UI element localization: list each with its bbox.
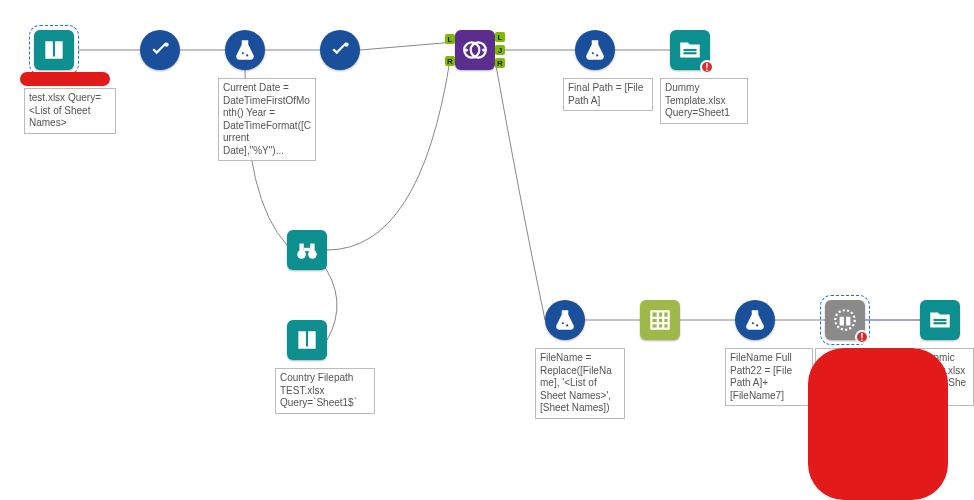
- svg-point-13: [344, 42, 348, 46]
- input-2-annotation: Country Filepath TEST.xlsx Query=`Sheet1…: [275, 368, 375, 414]
- svg-rect-26: [299, 244, 303, 253]
- join-port-left-in: L: [445, 34, 455, 44]
- flask-icon: [232, 37, 258, 63]
- svg-point-19: [473, 55, 476, 58]
- svg-point-16: [465, 48, 468, 51]
- book-icon: [41, 37, 67, 63]
- input-data-tool-1[interactable]: [34, 30, 74, 70]
- check-icon: [327, 37, 353, 63]
- svg-rect-31: [651, 311, 668, 328]
- svg-rect-28: [304, 248, 311, 251]
- gear-book-icon: [832, 307, 858, 333]
- error-badge-icon: !: [855, 330, 869, 344]
- formula-1-annotation: Current Date = DateTimeFirstOfMonth() Ye…: [218, 78, 316, 161]
- check-icon: [147, 37, 173, 63]
- formula-tool-2[interactable]: [575, 30, 615, 70]
- folder-icon: [927, 307, 953, 333]
- output-data-tool-1[interactable]: !: [670, 30, 710, 70]
- formula-tool-4[interactable]: [735, 300, 775, 340]
- join-port-right-out: R: [495, 58, 505, 68]
- svg-point-21: [596, 54, 598, 56]
- output-2-annotation: yanmic utput.xlsx uery=Shee: [918, 348, 974, 406]
- select-tool-2[interactable]: [320, 30, 360, 70]
- svg-point-11: [242, 52, 244, 54]
- svg-point-17: [482, 48, 485, 51]
- join-port-left-out: L: [495, 32, 505, 42]
- svg-point-30: [566, 324, 568, 326]
- svg-point-10: [164, 42, 168, 46]
- formula-tool-1[interactable]: [225, 30, 265, 70]
- redaction-mark: [20, 72, 110, 86]
- flask-icon: [582, 37, 608, 63]
- error-badge-icon: !: [700, 60, 714, 74]
- svg-rect-23: [684, 52, 697, 54]
- svg-point-18: [473, 42, 476, 45]
- join-icon: [462, 37, 488, 63]
- svg-rect-27: [310, 244, 314, 253]
- crosstab-tool[interactable]: [640, 300, 680, 340]
- select-tool-1[interactable]: [140, 30, 180, 70]
- svg-point-29: [562, 322, 564, 324]
- output-data-tool-2[interactable]: [920, 300, 960, 340]
- svg-point-38: [835, 310, 855, 330]
- join-tool[interactable]: L R L J R: [455, 30, 495, 70]
- grid-icon: [647, 307, 673, 333]
- svg-point-12: [246, 54, 248, 56]
- svg-rect-39: [934, 319, 947, 321]
- formula-4-annotation: FileName Full Path22 = [File Path A]+[Fi…: [725, 348, 813, 406]
- svg-rect-22: [684, 49, 697, 51]
- binoculars-icon: [294, 237, 320, 263]
- output-1-annotation: Dummy Template.xlsx Query=Sheet1: [660, 78, 748, 124]
- folder-icon: [677, 37, 703, 63]
- macro-tool[interactable]: !: [825, 300, 865, 340]
- join-port-right-in: R: [445, 56, 455, 66]
- svg-point-36: [752, 322, 754, 324]
- input-data-tool-2[interactable]: [287, 320, 327, 360]
- join-port-join-out: J: [495, 45, 505, 55]
- svg-point-20: [592, 52, 594, 54]
- book-icon: [294, 327, 320, 353]
- find-replace-tool[interactable]: [287, 230, 327, 270]
- svg-rect-40: [934, 322, 947, 324]
- svg-point-37: [756, 324, 758, 326]
- svg-line-3: [360, 42, 455, 50]
- formula-3-annotation: FileName = Replace([FileName], '<List of…: [535, 348, 625, 419]
- input-1-annotation: test.xlsx Query=<List of Sheet Names>: [24, 88, 116, 134]
- formula-tool-3[interactable]: [545, 300, 585, 340]
- flask-icon: [742, 307, 768, 333]
- macro-annotation: [815, 348, 911, 364]
- flask-icon: [552, 307, 578, 333]
- formula-2-annotation: Final Path = [File Path A]: [563, 78, 653, 111]
